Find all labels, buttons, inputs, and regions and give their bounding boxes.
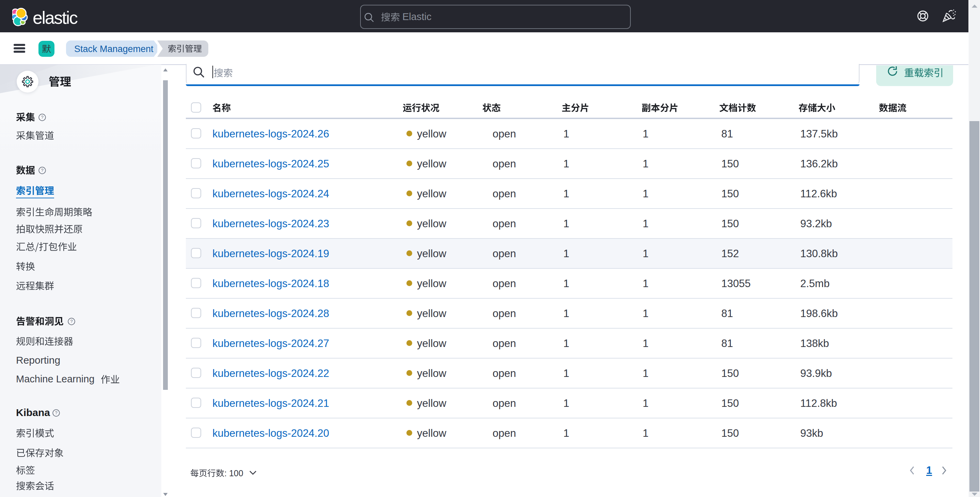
- svg-text:?: ?: [41, 114, 43, 120]
- svg-text:?: ?: [41, 168, 43, 173]
- svg-text:?: ?: [70, 319, 73, 324]
- svg-text:?: ?: [55, 410, 57, 415]
